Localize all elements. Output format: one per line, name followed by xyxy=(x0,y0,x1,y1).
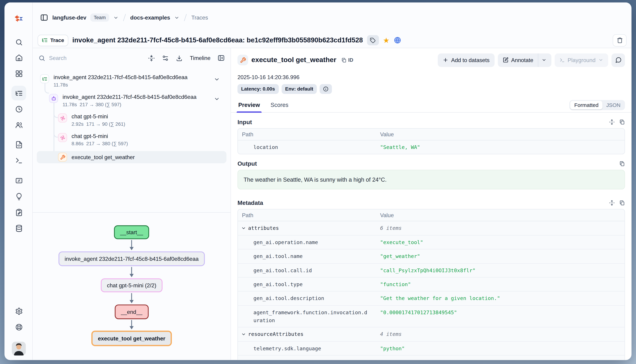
support-lifebuoy-icon[interactable] xyxy=(12,320,26,334)
breadcrumb-org[interactable]: langfuse-dev xyxy=(52,14,86,20)
tree-node-name: invoke_agent 232de211-7fcf-45c8-b415-6af… xyxy=(63,94,196,100)
info-icon[interactable] xyxy=(320,84,332,94)
chevron-down-icon[interactable] xyxy=(174,15,179,20)
download-icon[interactable] xyxy=(176,54,183,61)
org-type-badge: Team xyxy=(91,14,109,22)
generation-icon xyxy=(58,133,67,142)
tree-row-generation[interactable]: chat gpt-5-mini2.92s 171 → 90 (∑ 261) xyxy=(37,112,227,128)
chevron-down-icon[interactable] xyxy=(214,96,220,102)
copy-icon[interactable] xyxy=(619,161,625,166)
home-icon[interactable] xyxy=(12,50,26,65)
metadata-col-path: Path xyxy=(238,212,380,218)
timeline-toggle[interactable]: Timeline xyxy=(190,55,210,61)
output-section-header: Output xyxy=(238,160,625,167)
annotate-dropdown-chevron-icon[interactable] xyxy=(538,53,546,67)
delete-trace-button[interactable] xyxy=(613,34,627,46)
annotation-clipboard-icon[interactable] xyxy=(12,205,26,220)
detail-tabs: Preview Scores Formatted JSON xyxy=(231,98,631,113)
langfuse-logo-icon[interactable] xyxy=(14,14,24,23)
metric-badges: Latency: 0.00s Env: default xyxy=(238,84,625,94)
sidebar-rail xyxy=(5,2,33,360)
tree-node-name: invoke_agent 232de211-7fcf-45c8-b415-6af… xyxy=(54,74,187,80)
tag-icon[interactable] xyxy=(367,35,379,45)
settings-gear-icon[interactable] xyxy=(12,304,26,318)
tree-node-name: chat gpt-5-mini xyxy=(72,114,125,120)
metadata-section-header: Metadata xyxy=(238,200,625,206)
breadcrumb-separator xyxy=(184,14,187,21)
playground-button[interactable]: Playground xyxy=(554,53,608,67)
observation-timestamp: 2025-10-16 14:20:36.996 xyxy=(238,74,625,80)
tree-settings-icon[interactable] xyxy=(162,54,169,61)
tree-node-duration: 2.92s xyxy=(72,121,83,127)
trace-tree-panel: Search Timeline invoke_agent 232de211-7f… xyxy=(33,48,231,360)
insights-lightbulb-icon[interactable] xyxy=(12,189,26,204)
output-heading: Output xyxy=(238,160,257,167)
desktop-background: langfuse-dev Team docs-examples Traces T… xyxy=(0,0,636,364)
search-placeholder: Search xyxy=(49,55,67,61)
graph-arrow xyxy=(129,293,134,304)
unfold-vertical-icon[interactable] xyxy=(609,119,615,125)
star-bookmark-icon[interactable]: ★ xyxy=(383,36,389,44)
tree-row-generation[interactable]: chat gpt-5-mini8.86s 217 → 380 (∑ 597) xyxy=(37,131,227,148)
tree-row-agent[interactable]: invoke_agent 232de211-7fcf-45c8-b415-6af… xyxy=(37,92,227,109)
chevron-down-icon[interactable] xyxy=(113,15,118,20)
metadata-row: telemetry.sdk.language"python" xyxy=(238,342,624,356)
breadcrumb-section[interactable]: Traces xyxy=(191,14,208,20)
evaluators-icon[interactable] xyxy=(12,173,26,188)
formatted-toggle[interactable]: Formatted xyxy=(570,101,602,110)
tree-row-trace[interactable]: invoke_agent 232de211-7fcf-45c8-b415-6af… xyxy=(37,72,227,89)
prompts-file-code-icon[interactable] xyxy=(12,137,26,152)
playground-label: Playground xyxy=(568,57,596,63)
graph-node-tool-selected[interactable]: execute_tool get_weather xyxy=(91,330,172,346)
graph-arrow xyxy=(129,267,134,278)
dashboards-icon[interactable] xyxy=(12,66,26,81)
metadata-col-value: Value xyxy=(380,212,394,218)
latency-badge: Latency: 0.00s xyxy=(238,84,279,94)
unfold-vertical-icon[interactable] xyxy=(609,200,615,206)
observation-title: execute_tool get_weather xyxy=(252,56,336,64)
users-icon[interactable] xyxy=(12,118,26,132)
tab-preview[interactable]: Preview xyxy=(238,102,261,112)
graph-node-end[interactable]: __end__ xyxy=(115,304,149,319)
datasets-database-icon[interactable] xyxy=(12,221,26,236)
chevron-down-icon xyxy=(241,332,246,337)
metadata-items-count: 4 items xyxy=(380,328,624,341)
copy-id-button[interactable]: ID xyxy=(341,57,353,63)
sidebar-toggle-icon[interactable] xyxy=(40,14,48,22)
metadata-group-row[interactable]: attributes 6 items xyxy=(238,222,624,236)
search-input[interactable]: Search xyxy=(38,54,141,61)
copy-icon[interactable] xyxy=(619,200,625,206)
collapse-panel-icon[interactable] xyxy=(218,54,225,62)
breadcrumb-separator xyxy=(123,14,126,21)
breadcrumb-project[interactable]: docs-examples xyxy=(130,14,170,20)
chevron-down-icon[interactable] xyxy=(214,76,220,82)
add-to-datasets-button[interactable]: Add to datasets xyxy=(438,53,494,67)
graph-node-agent[interactable]: invoke_agent 232de211-7fcf-45c8-b415-6af… xyxy=(59,252,204,266)
metadata-row: telemetry.sdk.name"opentelemetry" xyxy=(238,356,624,360)
desktop: langfuse-dev Team docs-examples Traces T… xyxy=(0,0,636,364)
metadata-items-count: 6 items xyxy=(380,222,624,235)
tab-scores[interactable]: Scores xyxy=(270,102,289,112)
chevron-down-icon xyxy=(241,226,246,231)
graph-node-start[interactable]: __start__ xyxy=(114,225,149,239)
input-col-path: Path xyxy=(238,131,380,137)
graph-node-generation[interactable]: chat gpt-5-mini (2/2) xyxy=(101,278,162,292)
metadata-group-row[interactable]: resourceAttributes 4 items xyxy=(238,328,624,342)
collapse-all-icon[interactable] xyxy=(148,54,155,61)
search-icon[interactable] xyxy=(12,35,26,50)
add-to-datasets-label: Add to datasets xyxy=(451,57,490,63)
tracing-icon[interactable] xyxy=(12,86,26,100)
tree-node-tokens: 217 → 380 (∑ 597) xyxy=(86,141,128,146)
input-table: PathValue location "Seattle, WA" xyxy=(238,128,625,154)
user-avatar[interactable] xyxy=(12,342,26,356)
json-toggle[interactable]: JSON xyxy=(602,101,624,110)
comments-button[interactable] xyxy=(611,53,625,67)
copy-icon[interactable] xyxy=(619,119,625,125)
tree-row-tool-selected[interactable]: execute_tool get_weather xyxy=(37,151,227,163)
id-label: ID xyxy=(348,57,353,63)
tree-node-duration: 8.86s xyxy=(72,141,83,146)
public-globe-icon[interactable] xyxy=(393,36,401,44)
annotate-button[interactable]: Annotate xyxy=(498,53,551,67)
sessions-clock-icon[interactable] xyxy=(12,102,26,116)
playground-terminal-icon[interactable] xyxy=(12,153,26,168)
